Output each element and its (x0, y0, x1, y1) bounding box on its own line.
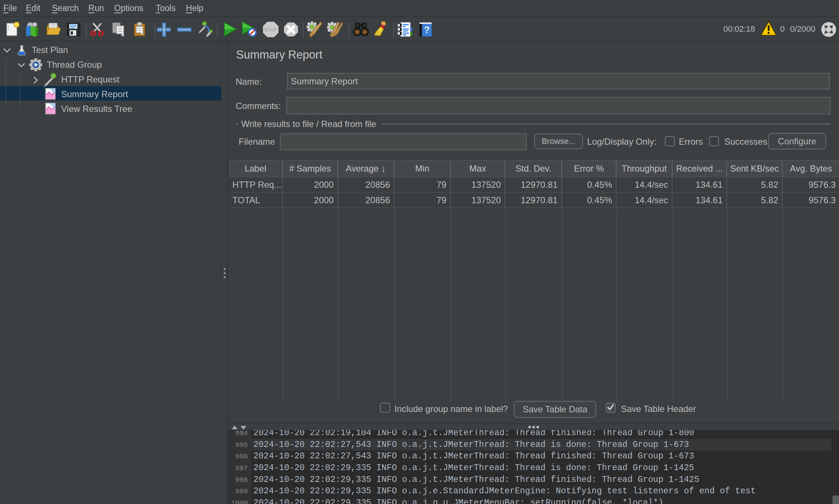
svg-text:STOP: STOP (264, 27, 277, 32)
svg-text:?: ? (424, 24, 430, 35)
